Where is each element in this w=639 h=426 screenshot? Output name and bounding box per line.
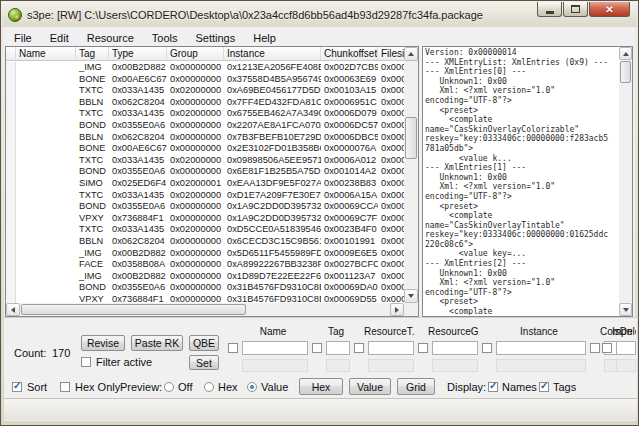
filter-isdeleted-checkbox[interactable]	[602, 343, 612, 353]
menu-item[interactable]: Settings	[186, 30, 244, 46]
table-horizontal-scrollbar[interactable]	[6, 303, 404, 316]
table-column-header[interactable]: Chunkoffset	[321, 47, 378, 60]
table-row[interactable]: BOND 0x0355E0A6 0x00000000 0x6E81F1B25B5…	[6, 166, 404, 178]
table-column-header[interactable]: Group	[167, 47, 224, 60]
filter-instance-checkbox[interactable]	[482, 343, 492, 353]
scroll-down-button[interactable]	[404, 289, 418, 303]
menu-item[interactable]: Resource	[78, 30, 143, 46]
table-row[interactable]: TXTC 0x033A1435 0x02000000 0x6755EB462A7…	[6, 108, 404, 120]
preview-vertical-scrollbar[interactable]	[619, 47, 632, 316]
menu-item[interactable]: Edit	[41, 30, 78, 46]
filter-resourcetype-checkbox[interactable]	[354, 343, 364, 353]
minimize-button[interactable]	[537, 2, 562, 17]
filter-field-label: Tag	[322, 326, 350, 337]
filter-instance-input[interactable]	[496, 341, 586, 355]
preview-value-radio[interactable]	[247, 382, 257, 392]
filter-instance-current	[496, 359, 586, 372]
filter-field-label: Name	[238, 326, 308, 337]
filter-tag-checkbox[interactable]	[312, 343, 322, 353]
revise-button[interactable]: Revise	[81, 335, 125, 351]
sort-checkbox[interactable]	[12, 382, 22, 392]
qbe-button[interactable]: QBE	[189, 335, 219, 351]
preview-text[interactable]: Version: 0x00000014--- XMLEntryList: Xml…	[425, 48, 618, 315]
table-row[interactable]: _IMG 0x00B2D882 0x00000000 0x1D89D7E22EE…	[6, 271, 404, 283]
table-row[interactable]: BONE 0x00AE6C67 0x00000000 0x37558D4B5A9…	[6, 74, 404, 86]
table-row[interactable]: _IMG 0x00B2D882 0x00000000 0x5D6511F5455…	[6, 248, 404, 260]
hex-only-checkbox[interactable]	[60, 382, 70, 392]
filter-name-checkbox[interactable]	[228, 343, 238, 353]
maximize-button[interactable]	[563, 2, 588, 17]
table-column-header[interactable]: Tag	[76, 47, 109, 60]
table-row[interactable]: _IMG 0x00B2D882 0x00000000 0x1213EA2056F…	[6, 62, 404, 74]
preview-label: Preview:	[120, 381, 162, 393]
table-column-header[interactable]: Instance	[224, 47, 321, 60]
row-margin	[6, 178, 16, 190]
cell-chunkoffset: 0x0006DBC5	[321, 132, 378, 144]
preview-off-radio[interactable]	[164, 382, 174, 392]
table-row[interactable]: BBLN 0x062C8204 0x00000000 0x7B3FBEFB10E…	[6, 132, 404, 144]
table-vertical-scrollbar[interactable]	[404, 47, 418, 303]
table-row[interactable]: TXTC 0x033A1435 0x02000000 0xD1E7A209F7E…	[6, 190, 404, 202]
table-column-header[interactable]: Name	[16, 47, 76, 60]
filter-resourcegroup-input[interactable]	[432, 341, 478, 355]
table-row[interactable]: TXTC 0x033A1435 0x02000000 0xA69BE045617…	[6, 85, 404, 97]
cell-chunkoffset: 0x0027BCFC	[321, 259, 378, 271]
table-row[interactable]: VPXY 0x736884F1 0x00000000 0x31B4576FD93…	[6, 294, 404, 303]
set-button[interactable]: Set	[189, 355, 219, 370]
table-row[interactable]: BBLN 0x062C8204 0x00000000 0x7FF4ED432FD…	[6, 97, 404, 109]
table-row[interactable]: TXTC 0x033A1435 0x02000000 0x09898506A5E…	[6, 155, 404, 167]
filter-active-checkbox[interactable]	[81, 357, 91, 367]
table-column-header[interactable]: Filesize	[378, 47, 406, 60]
display-names-checkbox[interactable]	[488, 382, 498, 392]
table-column-header[interactable]: Type	[109, 47, 167, 60]
filter-compressed-checkbox[interactable]	[590, 343, 600, 353]
scroll-left-button[interactable]	[6, 303, 20, 316]
preview-hex-radio[interactable]	[204, 382, 214, 392]
table-row[interactable]: BOND 0x0355E0A6 0x00000000 0x31B4576FD93…	[6, 282, 404, 294]
table-row[interactable]: BOND 0x0355E0A6 0x00000000 0x1A9C2DD0D39…	[6, 201, 404, 213]
preview-off-label: Off	[178, 381, 192, 393]
vertical-scroll-thumb[interactable]	[405, 117, 417, 159]
filter-field-resourcegroup: ResourceGr...	[418, 326, 478, 372]
filter-resourcegroup-checkbox[interactable]	[418, 343, 428, 353]
table-row[interactable]: SIMO 0x025ED6F4 0x02000001 0xEAA13DF9E5F…	[6, 178, 404, 190]
table-row[interactable]: VPXY 0x736884F1 0x00000000 0x1A9C2DD0D39…	[6, 213, 404, 225]
cell-filesize: 0x0000	[378, 259, 404, 271]
cell-name	[16, 224, 76, 236]
app-icon[interactable]	[8, 8, 22, 22]
cell-tag: BOND	[76, 282, 109, 294]
table-row[interactable]: BOND 0x0355E0A6 0x00000000 0x2207AE8A1FC…	[6, 120, 404, 132]
filter-field-resourcetype: ResourceT...	[354, 326, 414, 372]
menu-item[interactable]: Help	[244, 30, 285, 46]
table-row[interactable]: BBLN 0x062C8204 0x00000000 0x6CECD3C15C9…	[6, 236, 404, 248]
scroll-up-button[interactable]	[404, 47, 418, 61]
arrow-up-icon	[408, 49, 414, 56]
cell-instance: 0x1D89D7E22EE22F6E	[224, 271, 321, 283]
table-row[interactable]: FACE 0x0358B08A 0x00000000 0xA89922267BB…	[6, 259, 404, 271]
table-row[interactable]: BONE 0x00AE6C67 0x00000000 0x2E3102FD01B…	[6, 143, 404, 155]
table-row[interactable]: TXTC 0x033A1435 0x02000000 0xD5CCE0A5183…	[6, 224, 404, 236]
value-button[interactable]: Value	[349, 378, 391, 395]
menu-item[interactable]: Tools	[143, 30, 187, 46]
grid-button[interactable]: Grid	[397, 378, 435, 395]
scroll-up-button[interactable]	[619, 47, 632, 60]
filter-tag-input[interactable]	[326, 341, 350, 355]
cell-name	[16, 259, 76, 271]
cell-tag: BBLN	[76, 97, 109, 109]
hex-button[interactable]: Hex	[299, 378, 343, 395]
cell-type: 0x025ED6F4	[109, 178, 167, 190]
filter-isdeleted-input[interactable]	[616, 341, 636, 355]
display-tags-checkbox[interactable]	[539, 382, 549, 392]
horizontal-scroll-thumb[interactable]	[21, 304, 246, 315]
table-body: _IMG 0x00B2D882 0x00000000 0x1213EA2056F…	[6, 62, 404, 303]
vertical-scroll-thumb[interactable]	[620, 61, 631, 83]
scroll-down-button[interactable]	[619, 303, 632, 316]
cell-instance: 0x1A9C2DD0D3957327	[224, 201, 321, 213]
scroll-right-button[interactable]	[390, 303, 404, 316]
filter-name-input[interactable]	[242, 341, 308, 355]
paste-rk-button[interactable]: Paste RK	[131, 335, 183, 351]
close-button[interactable]: ✕	[589, 2, 630, 17]
menu-item[interactable]: File	[5, 30, 41, 46]
cell-type: 0x736884F1	[109, 213, 167, 225]
filter-resourcetype-input[interactable]	[368, 341, 414, 355]
